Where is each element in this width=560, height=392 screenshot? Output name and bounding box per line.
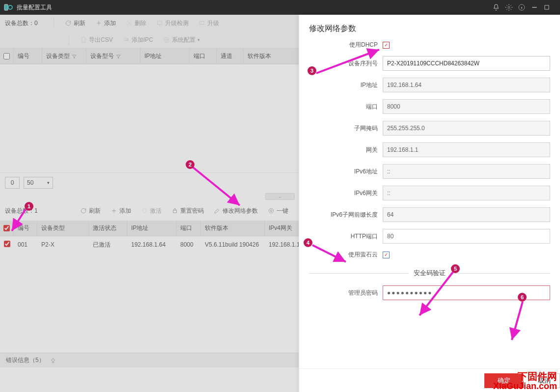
mask-field[interactable]: 255.255.255.0 bbox=[383, 121, 550, 136]
gear-icon[interactable] bbox=[505, 3, 518, 11]
panel-expander[interactable]: ⌵ bbox=[265, 193, 295, 200]
gateway-field[interactable]: 192.168.1.1 bbox=[383, 142, 550, 157]
svg-rect-5 bbox=[157, 21, 162, 25]
ipv6-field[interactable]: :: bbox=[383, 164, 550, 179]
svg-point-2 bbox=[508, 6, 510, 8]
svg-point-10 bbox=[142, 209, 146, 213]
svg-point-1 bbox=[8, 5, 12, 9]
serial-field: P2-X20191109CCCHD84263842W bbox=[383, 56, 550, 71]
ipv6-prefix-field[interactable]: 64 bbox=[383, 207, 550, 222]
maximize-icon[interactable] bbox=[543, 4, 556, 11]
pin-icon[interactable] bbox=[50, 357, 56, 364]
app-logo-icon bbox=[4, 3, 13, 12]
export-csv-button[interactable]: 导出CSV bbox=[75, 36, 118, 44]
add-button[interactable]: 添加 bbox=[90, 19, 121, 28]
funnel-icon[interactable] bbox=[116, 54, 121, 59]
ip-field[interactable]: 192.168.1.64 bbox=[383, 78, 550, 92]
svg-point-12 bbox=[270, 210, 272, 212]
sys-config-button[interactable]: 系统配置▾ bbox=[158, 36, 205, 44]
device-total-upper: 设备总数：0 bbox=[5, 19, 38, 28]
error-info-strip[interactable]: 错误信息（5） bbox=[0, 353, 299, 367]
svg-rect-6 bbox=[199, 22, 204, 25]
titlebar: 批量配置工具 bbox=[0, 0, 560, 15]
lower-add-button[interactable]: 添加 bbox=[107, 207, 135, 215]
svg-point-9 bbox=[164, 37, 168, 42]
svg-rect-4 bbox=[545, 5, 549, 9]
http-port-field[interactable]: 80 bbox=[383, 229, 550, 244]
watermark: 下固件网 XiaGuJian.com bbox=[493, 371, 557, 391]
minimize-icon[interactable] bbox=[531, 3, 543, 11]
upgrade-check-button[interactable]: 升级检测 bbox=[151, 19, 194, 28]
annotation-bubble: 5 bbox=[451, 264, 460, 273]
annotation-bubble: 1 bbox=[25, 202, 33, 211]
funnel-icon[interactable] bbox=[72, 54, 77, 59]
svg-rect-7 bbox=[124, 38, 127, 41]
notify-icon[interactable] bbox=[492, 3, 505, 11]
delete-button[interactable]: 删除 bbox=[121, 19, 151, 28]
row-checkbox[interactable] bbox=[4, 241, 10, 247]
svg-point-8 bbox=[166, 39, 168, 41]
annotation-bubble: 4 bbox=[304, 238, 312, 247]
svg-point-13 bbox=[269, 208, 273, 213]
info-icon[interactable] bbox=[518, 3, 531, 11]
annotation-bubble: 2 bbox=[186, 160, 195, 169]
lower-refresh-button[interactable]: 刷新 bbox=[76, 207, 105, 215]
svg-rect-11 bbox=[173, 210, 176, 213]
one-key-button[interactable]: 一键 bbox=[264, 207, 292, 215]
select-all-upper[interactable] bbox=[3, 53, 10, 59]
upgrade-button[interactable]: 升级 bbox=[194, 19, 224, 28]
annotation-bubble: 3 bbox=[308, 66, 316, 75]
app-title: 批量配置工具 bbox=[17, 3, 52, 12]
panel-title: 修改网络参数 bbox=[299, 15, 560, 41]
svg-rect-0 bbox=[4, 4, 8, 10]
activate-button[interactable]: 激活 bbox=[137, 207, 166, 215]
use-ezviz-checkbox[interactable] bbox=[383, 252, 390, 258]
add-ipc-button[interactable]: 添加IPC bbox=[118, 36, 158, 44]
port-field[interactable]: 8000 bbox=[383, 99, 550, 114]
page-size-select[interactable]: 50▾ bbox=[24, 177, 53, 189]
refresh-button[interactable]: 刷新 bbox=[60, 19, 90, 28]
ipv6-gateway-field[interactable]: :: bbox=[383, 186, 550, 200]
page-number[interactable]: 0 bbox=[5, 177, 20, 189]
annotation-bubble: 6 bbox=[518, 293, 527, 302]
use-dhcp-checkbox[interactable] bbox=[383, 42, 390, 49]
